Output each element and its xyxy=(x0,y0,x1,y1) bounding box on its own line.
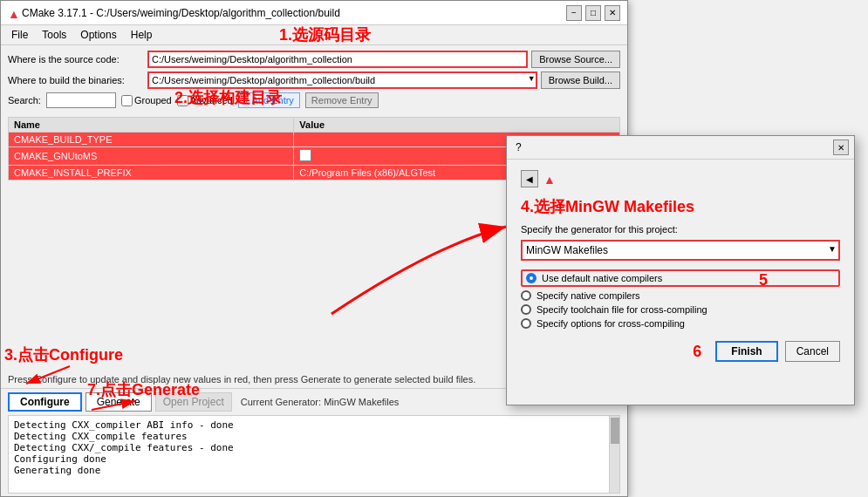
generator-select[interactable]: MinGW Makefiles xyxy=(521,240,840,261)
output-scrollbar[interactable] xyxy=(609,416,619,493)
add-entry-button[interactable]: + Add Entry xyxy=(238,92,300,108)
radio-default-compilers[interactable]: Use default native compilers xyxy=(521,269,840,287)
search-row: Search: Grouped Advanced + Add Entry Rem… xyxy=(8,92,620,108)
binaries-dropdown-wrapper: ▼ xyxy=(147,71,537,89)
specify-generator-label: Specify the generator for this project: xyxy=(521,224,840,235)
source-row: Where is the source code: Browse Source.… xyxy=(8,51,620,68)
output-area: Detecting CXX_compiler ABI info - done D… xyxy=(8,415,620,494)
col-name-header: Name xyxy=(9,118,294,133)
radio-default-label: Use default native compilers xyxy=(542,273,662,283)
menu-help[interactable]: Help xyxy=(124,27,160,43)
step6-annotation: 6 xyxy=(693,343,701,361)
radio-toolchain-file[interactable]: Specify toolchain file for cross-compili… xyxy=(521,304,840,315)
menu-tools[interactable]: Tools xyxy=(35,27,73,43)
grouped-checkbox-label: Grouped xyxy=(121,95,172,106)
scrollbar-thumb xyxy=(611,418,619,444)
remove-entry-button[interactable]: Remove Entry xyxy=(305,92,379,108)
source-input[interactable] xyxy=(147,51,528,68)
radio-native-icon xyxy=(521,290,531,301)
configure-button[interactable]: Configure xyxy=(8,392,82,412)
cmake-build-type-name: CMAKE_BUILD_TYPE xyxy=(9,133,294,147)
grouped-label: Grouped xyxy=(134,95,172,106)
menu-options[interactable]: Options xyxy=(73,27,123,43)
generator-dialog: ? ✕ ◀ 4.选择MinGW Makefiles Specify the ge… xyxy=(506,135,855,405)
advanced-checkbox-label: Advanced xyxy=(177,95,233,106)
dialog-close-button[interactable]: ✕ xyxy=(833,140,849,155)
dialog-title-bar: ? ✕ xyxy=(507,136,854,160)
form-area: Where is the source code: Browse Source.… xyxy=(1,45,627,117)
dialog-question-mark: ? xyxy=(512,141,522,153)
open-project-button[interactable]: Open Project xyxy=(155,392,232,412)
maximize-button[interactable]: □ xyxy=(585,5,601,21)
finish-button[interactable]: Finish xyxy=(715,341,777,362)
cmake-gnutoms-checkbox[interactable] xyxy=(299,149,311,161)
cancel-button[interactable]: Cancel xyxy=(785,341,840,362)
radio-cross-compiling[interactable]: Specify options for cross-compiling xyxy=(521,318,840,329)
title-bar: CMake 3.17.1 - C:/Users/weiming/Desktop/… xyxy=(1,1,627,25)
grouped-checkbox[interactable] xyxy=(121,95,133,106)
source-label: Where is the source code: xyxy=(8,54,147,65)
radio-cross-label: Specify options for cross-compiling xyxy=(537,318,685,329)
generator-dropdown-wrapper: MinGW Makefiles ▼ xyxy=(521,240,840,261)
browse-source-button[interactable]: Browse Source... xyxy=(531,51,620,68)
radio-default-icon xyxy=(526,273,537,283)
advanced-label: Advanced xyxy=(190,95,233,106)
dialog-nav-row: ◀ xyxy=(521,170,840,187)
dialog-step4-annotation: 4.选择MinGW Makefiles xyxy=(521,196,840,217)
radio-toolchain-label: Specify toolchain file for cross-compili… xyxy=(537,304,707,315)
advanced-checkbox[interactable] xyxy=(177,95,188,106)
current-generator-label: Current Generator: MinGW Makefiles xyxy=(241,397,400,407)
binaries-input[interactable] xyxy=(147,71,537,89)
output-line-3: Detecting CXX/_compile features - done xyxy=(14,442,614,453)
dialog-cmake-logo xyxy=(543,173,557,185)
radio-cross-icon xyxy=(521,318,531,329)
close-button[interactable]: ✕ xyxy=(605,5,620,21)
radio-native-compilers[interactable]: Specify native compilers xyxy=(521,290,840,301)
minimize-button[interactable]: − xyxy=(566,5,582,21)
compiler-radio-group: Use default native compilers Specify nat… xyxy=(521,269,840,329)
back-icon: ◀ xyxy=(526,174,533,184)
search-input[interactable] xyxy=(46,92,116,108)
output-line-1: Detecting CXX_compiler ABI info - done xyxy=(14,419,614,431)
output-line-4: Configuring done xyxy=(14,453,614,465)
instruction-content: Press Configure to update and display ne… xyxy=(8,374,475,385)
output-line-5: Generating done xyxy=(14,465,614,476)
binaries-label: Where to build the binaries: xyxy=(8,75,147,85)
cmake-gnutoms-name: CMAKE_GNUtoMS xyxy=(9,147,294,166)
search-label: Search: xyxy=(8,95,41,106)
browse-build-button[interactable]: Browse Build... xyxy=(541,71,620,89)
output-line-2: Detecting CXX_compile features xyxy=(14,431,614,442)
window-controls: − □ ✕ xyxy=(566,5,620,21)
dialog-body: ◀ 4.选择MinGW Makefiles Specify the genera… xyxy=(507,160,854,372)
window-title: CMake 3.17.1 - C:/Users/weiming/Desktop/… xyxy=(22,7,566,19)
dialog-footer: 6 Finish Cancel xyxy=(521,341,840,362)
binaries-row: Where to build the binaries: ▼ Browse Bu… xyxy=(8,71,620,89)
nav-back-button[interactable]: ◀ xyxy=(521,170,538,187)
col-value-header: Value xyxy=(294,118,620,133)
menu-bar: File Tools Options Help xyxy=(1,25,627,45)
menu-file[interactable]: File xyxy=(4,27,35,43)
generate-button[interactable]: Generate xyxy=(85,392,152,412)
radio-toolchain-icon xyxy=(521,304,531,315)
dialog-controls: ✕ xyxy=(833,140,849,155)
cmake-install-prefix-name: CMAKE_INSTALL_PREFIX xyxy=(9,166,294,180)
cmake-logo-icon xyxy=(8,7,22,19)
radio-native-label: Specify native compilers xyxy=(537,290,640,301)
